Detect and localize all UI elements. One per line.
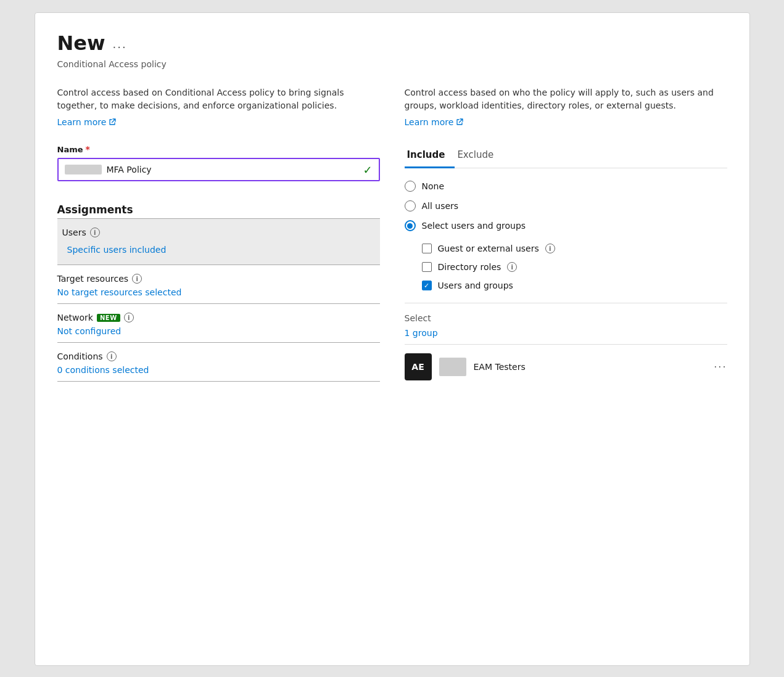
left-learn-more-link[interactable]: Learn more bbox=[57, 117, 380, 127]
external-link-icon bbox=[109, 118, 116, 126]
checkbox-guest-external-box[interactable] bbox=[422, 244, 432, 253]
assignment-conditions-value[interactable]: 0 conditions selected bbox=[57, 365, 380, 375]
left-column: Control access based on Conditional Acce… bbox=[57, 86, 380, 643]
checkbox-directory-roles-box[interactable] bbox=[422, 262, 432, 272]
assignment-target-resources-label: Target resources bbox=[57, 274, 129, 284]
group-name: EAM Testers bbox=[474, 362, 707, 372]
assignment-target-resources-value[interactable]: No target resources selected bbox=[57, 287, 380, 297]
assignment-users-header: Users i bbox=[62, 228, 375, 237]
required-star: * bbox=[86, 144, 90, 154]
tab-row: Include Exclude bbox=[405, 144, 727, 168]
network-info-icon[interactable]: i bbox=[124, 313, 134, 322]
radio-select-users-groups[interactable]: Select users and groups bbox=[405, 220, 727, 231]
assignment-users-value[interactable]: Specific users included bbox=[62, 241, 375, 258]
checkbox-group: Guest or external users i Directory role… bbox=[422, 244, 727, 290]
checkbox-guest-external[interactable]: Guest or external users i bbox=[422, 244, 727, 253]
page-subtitle: Conditional Access policy bbox=[57, 59, 727, 69]
name-field-label: Name * bbox=[57, 144, 380, 154]
main-card: New ... Conditional Access policy Contro… bbox=[35, 12, 750, 666]
checkmark-icon: ✓ bbox=[424, 282, 429, 289]
network-new-badge: NEW bbox=[97, 314, 120, 322]
name-input-value: MFA Policy bbox=[107, 165, 152, 174]
checkbox-users-groups-box[interactable]: ✓ bbox=[422, 281, 432, 290]
assignment-conditions-item[interactable]: Conditions i 0 conditions selected bbox=[57, 343, 380, 382]
page-title: New bbox=[57, 33, 105, 54]
assignment-users-item[interactable]: Users i Specific users included bbox=[57, 219, 380, 265]
radio-none-circle bbox=[405, 181, 416, 192]
select-label: Select bbox=[405, 313, 727, 323]
left-description: Control access based on Conditional Acce… bbox=[57, 86, 380, 112]
checkbox-users-groups[interactable]: ✓ Users and groups bbox=[422, 281, 727, 290]
checkbox-directory-roles-label: Directory roles bbox=[438, 262, 501, 272]
header-row: New ... bbox=[57, 33, 727, 54]
assignment-network-header: Network NEW i bbox=[57, 313, 380, 322]
assignment-conditions-header: Conditions i bbox=[57, 351, 380, 361]
radio-all-users-label: All users bbox=[422, 201, 459, 211]
radio-none[interactable]: None bbox=[405, 181, 727, 192]
radio-all-users[interactable]: All users bbox=[405, 200, 727, 211]
assignment-target-resources-header: Target resources i bbox=[57, 274, 380, 284]
assignment-network-value[interactable]: Not configured bbox=[57, 326, 380, 336]
conditions-info-icon[interactable]: i bbox=[107, 351, 117, 361]
tab-exclude[interactable]: Exclude bbox=[455, 144, 503, 168]
assignment-target-resources-item[interactable]: Target resources i No target resources s… bbox=[57, 265, 380, 304]
radio-select-users-groups-label: Select users and groups bbox=[422, 221, 526, 231]
right-learn-more-link[interactable]: Learn more bbox=[405, 117, 727, 127]
assignments-title: Assignments bbox=[57, 203, 380, 216]
two-col-layout: Control access based on Conditional Acce… bbox=[57, 86, 727, 643]
name-input-wrapper[interactable]: MFA Policy ✓ bbox=[57, 158, 380, 181]
radio-none-label: None bbox=[422, 181, 445, 191]
assignment-network-label: Network bbox=[57, 313, 93, 322]
assignment-conditions-label: Conditions bbox=[57, 351, 103, 361]
group-item: AE EAM Testers ··· bbox=[405, 353, 727, 380]
ellipsis-menu-button[interactable]: ... bbox=[113, 38, 127, 51]
group-more-options-button[interactable]: ··· bbox=[714, 361, 727, 373]
assignments-section: Assignments Users i Specific users inclu… bbox=[57, 203, 380, 382]
right-external-link-icon bbox=[456, 118, 463, 126]
select-section: Select 1 group AE EAM Testers ··· bbox=[405, 303, 727, 380]
tab-include[interactable]: Include bbox=[405, 144, 455, 168]
assignment-network-item[interactable]: Network NEW i Not configured bbox=[57, 304, 380, 343]
group-image-placeholder bbox=[439, 358, 466, 376]
select-value-link[interactable]: 1 group bbox=[405, 328, 727, 345]
group-avatar: AE bbox=[405, 353, 432, 380]
radio-select-users-groups-circle bbox=[405, 220, 416, 231]
checkbox-guest-external-label: Guest or external users bbox=[438, 244, 539, 253]
radio-all-users-circle bbox=[405, 200, 416, 211]
checkbox-directory-roles[interactable]: Directory roles i bbox=[422, 262, 727, 272]
radio-dot bbox=[407, 223, 413, 229]
name-valid-checkmark: ✓ bbox=[363, 163, 372, 176]
users-info-icon[interactable]: i bbox=[90, 228, 100, 237]
name-input-placeholder bbox=[65, 165, 102, 174]
name-input-inner: MFA Policy bbox=[65, 165, 363, 174]
directory-roles-info-icon[interactable]: i bbox=[507, 262, 517, 272]
right-column: Control access based on who the policy w… bbox=[405, 86, 727, 643]
checkbox-users-groups-label: Users and groups bbox=[438, 281, 513, 290]
guest-external-info-icon[interactable]: i bbox=[545, 244, 555, 253]
radio-group: None All users Select users and groups bbox=[405, 181, 727, 231]
right-description: Control access based on who the policy w… bbox=[405, 86, 727, 112]
target-resources-info-icon[interactable]: i bbox=[132, 274, 142, 284]
assignment-users-label: Users bbox=[62, 228, 86, 237]
